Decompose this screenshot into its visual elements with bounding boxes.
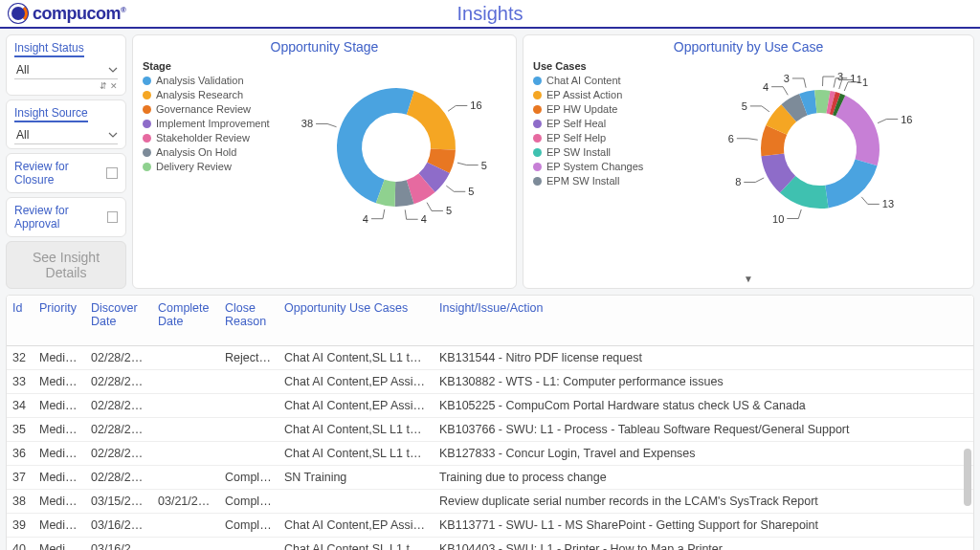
- cell-discover: 02/28/2023: [85, 466, 152, 490]
- cell-complete: [152, 346, 219, 370]
- cell-id: 33: [7, 370, 33, 394]
- legend-item[interactable]: EP Self Heal: [533, 118, 677, 129]
- cell-priority: Medium: [33, 514, 85, 538]
- color-swatch: [533, 91, 542, 99]
- legend-item[interactable]: Delivery Review: [143, 161, 286, 172]
- cell-priority: Medium: [33, 346, 85, 370]
- color-swatch: [533, 163, 542, 171]
- see-insight-details-button[interactable]: See Insight Details: [6, 241, 126, 289]
- table-scrollbar[interactable]: [964, 449, 971, 506]
- filter-status-value: All: [16, 63, 29, 77]
- table-row[interactable]: 35Medium02/28/2023Chat AI Content,SL L1 …: [7, 418, 973, 442]
- donut-value-label: 10: [772, 213, 784, 225]
- legend-item[interactable]: Governance Review: [143, 103, 286, 115]
- color-swatch: [143, 105, 151, 114]
- legend-item[interactable]: Analysis On Hold: [143, 146, 286, 158]
- chart-opportunity-usecase: Opportunity by Use Case Use Cases Chat A…: [523, 34, 974, 289]
- cell-close: [219, 370, 278, 394]
- color-swatch: [143, 120, 151, 128]
- brand-name: compucom®: [33, 4, 125, 24]
- color-swatch: [533, 120, 542, 128]
- donut-value-label: 5: [468, 186, 474, 197]
- legend-label: EP HW Update: [546, 103, 617, 115]
- checkbox-icon: [107, 211, 118, 223]
- chart2-expand-icon[interactable]: ▼: [744, 274, 753, 284]
- cell-priority: Medium: [33, 418, 85, 442]
- col-close-reason[interactable]: Close Reason: [219, 296, 278, 346]
- col-discover-date[interactable]: Discover Date: [85, 296, 152, 346]
- cell-insight: KB130882 - WTS - L1: Computer performanc…: [434, 370, 973, 394]
- legend-label: Stakeholder Review: [156, 132, 250, 143]
- table-row[interactable]: 34Medium02/28/2023Chat AI Content,EP Ass…: [7, 394, 973, 418]
- filter-source-select[interactable]: All: [14, 126, 118, 144]
- filter-mini-tools[interactable]: ⇵ ✕: [14, 81, 118, 91]
- legend-item[interactable]: EP System Changes: [533, 161, 677, 172]
- donut-slice[interactable]: [825, 160, 877, 209]
- legend-item[interactable]: EP Assist Action: [533, 89, 677, 100]
- legend-item[interactable]: Analysis Research: [143, 89, 286, 100]
- filter-insight-status: Insight Status All ⇵ ✕: [6, 34, 126, 96]
- legend-label: Governance Review: [156, 103, 251, 115]
- donut-value-label: 1: [857, 74, 862, 85]
- donut-value-label: 8: [735, 176, 741, 187]
- cell-usecases: Chat AI Content,SL L1 to L0,EP ...: [278, 538, 434, 551]
- chart1-legend: Stage Analysis ValidationAnalysis Resear…: [143, 56, 286, 238]
- table-row[interactable]: 32Medium02/28/2023Rejected ...Chat AI Co…: [7, 346, 973, 370]
- filter-status-select[interactable]: All: [14, 61, 118, 79]
- review-approval-label: Review for Approval: [14, 204, 107, 231]
- legend-item[interactable]: EP Self Help: [533, 132, 677, 143]
- table-row[interactable]: 36Medium02/28/2023Chat AI Content,SL L1 …: [7, 442, 973, 466]
- legend-item[interactable]: EP SW Install: [533, 146, 677, 158]
- chevron-down-icon: [108, 130, 118, 140]
- table-row[interactable]: 39Medium03/16/2023CompletedChat AI Conte…: [7, 514, 973, 538]
- legend-label: EPM SW Install: [546, 175, 619, 187]
- donut-slice[interactable]: [407, 91, 456, 150]
- cell-close: [219, 538, 278, 551]
- color-swatch: [143, 77, 151, 85]
- chart2-legend-title: Use Cases: [533, 60, 677, 72]
- legend-label: Analysis Validation: [156, 75, 244, 86]
- cell-priority: Medium: [33, 394, 85, 418]
- legend-item[interactable]: Chat AI Content: [533, 75, 677, 86]
- cell-usecases: [278, 490, 434, 514]
- cell-complete: [152, 370, 219, 394]
- col-insight[interactable]: Insight/Issue/Action: [434, 296, 973, 346]
- app-header: compucom® Insights: [0, 0, 980, 29]
- table-row[interactable]: 33Medium02/28/2023Chat AI Content,EP Ass…: [7, 370, 973, 394]
- donut-slice[interactable]: [835, 96, 880, 165]
- legend-label: EP Assist Action: [546, 89, 622, 100]
- legend-label: Implement Improvement: [156, 118, 270, 129]
- color-swatch: [533, 134, 542, 143]
- cell-close: [219, 394, 278, 418]
- review-closure-toggle[interactable]: Review for Closure: [6, 153, 126, 193]
- chart2-legend: Use Cases Chat AI ContentEP Assist Actio…: [533, 56, 677, 238]
- donut-value-label: 5: [742, 100, 747, 112]
- chart2-donut[interactable]: 161310865433111: [677, 56, 964, 238]
- col-priority[interactable]: Priority: [33, 296, 85, 346]
- review-approval-toggle[interactable]: Review for Approval: [6, 197, 126, 237]
- legend-item[interactable]: Stakeholder Review: [143, 132, 286, 143]
- chart1-donut[interactable]: 381655544: [286, 56, 506, 238]
- col-use-cases[interactable]: Opportunity Use Cases: [278, 296, 434, 346]
- cell-close: [219, 442, 278, 466]
- legend-item[interactable]: Implement Improvement: [143, 118, 286, 129]
- col-complete-date[interactable]: Complete Date: [152, 296, 219, 346]
- cell-usecases: Chat AI Content,SL L1 to L0: [278, 442, 434, 466]
- cell-id: 38: [7, 490, 33, 514]
- cell-usecases: Chat AI Content,EP Assist Actio...: [278, 394, 434, 418]
- cell-insight: KB104403 - SWU: L1 - Printer - How to Ma…: [434, 538, 973, 551]
- legend-item[interactable]: EP HW Update: [533, 103, 677, 115]
- table-row[interactable]: 38Medium03/15/202303/21/2023CompletedRev…: [7, 490, 973, 514]
- cell-id: 34: [7, 394, 33, 418]
- legend-item[interactable]: EPM SW Install: [533, 175, 677, 187]
- donut-value-label: 6: [728, 133, 734, 144]
- col-id[interactable]: Id: [7, 296, 33, 346]
- cell-insight: Review duplicate serial number records i…: [434, 490, 973, 514]
- cell-insight: KB127833 - Concur Login, Travel and Expe…: [434, 442, 973, 466]
- table-row[interactable]: 40Medium03/16/2023Chat AI Content,SL L1 …: [7, 538, 973, 551]
- legend-item[interactable]: Analysis Validation: [143, 75, 286, 86]
- cell-close: Completed: [219, 514, 278, 538]
- cell-id: 40: [7, 538, 33, 551]
- table-row[interactable]: 37Medium02/28/2023CompletedSN TrainingTr…: [7, 466, 973, 490]
- chart1-legend-title: Stage: [143, 60, 286, 72]
